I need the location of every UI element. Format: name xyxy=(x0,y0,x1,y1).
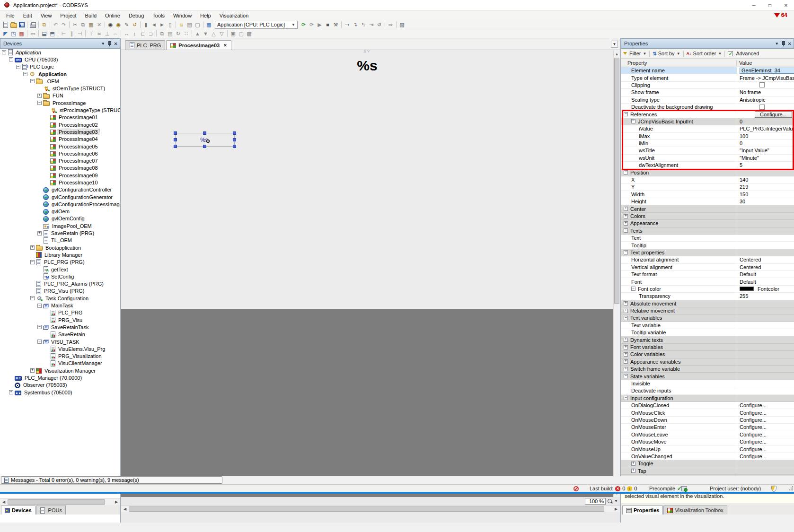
configure-button[interactable]: Configure... xyxy=(755,111,792,118)
tree-item-application[interactable]: −Application xyxy=(0,70,120,78)
selected-frame-element[interactable]: %s xyxy=(175,133,235,147)
property-row-imin[interactable]: iMin0 xyxy=(621,140,794,147)
property-name-cell[interactable]: −Text properties xyxy=(621,249,737,256)
tab-overflow-button[interactable]: ▼ xyxy=(611,41,618,48)
make-same-size-icon[interactable]: ⇔ xyxy=(111,30,119,37)
print-icon[interactable] xyxy=(29,21,37,28)
element-order-icon[interactable]: ▤ xyxy=(166,30,174,37)
property-value-cell[interactable]: Fontcolor xyxy=(737,286,794,292)
resize-handle[interactable] xyxy=(233,131,236,135)
property-row-input-configuration[interactable]: −Input configuration xyxy=(621,395,794,402)
property-value-cell[interactable]: Frame -> JCmpVisuBasic.In... xyxy=(737,74,794,81)
zoom-dropdown-icon[interactable]: ▼ xyxy=(614,499,618,503)
close-button[interactable]: ✕ xyxy=(778,0,794,10)
active-application-dropdown[interactable]: Application [CPU: PLC Logic]▼ xyxy=(215,21,298,29)
scroll-up-icon[interactable]: ▲ xyxy=(614,51,620,57)
tree-item-fun[interactable]: +FUN xyxy=(0,92,120,99)
resize-handle[interactable] xyxy=(203,131,206,135)
tree-item-visu-task[interactable]: −VISU_TASK xyxy=(0,338,120,345)
property-name-cell[interactable]: Deactivate inputs xyxy=(621,387,737,394)
restore-prestate-icon[interactable]: ⬒ xyxy=(48,30,56,37)
property-row-appearance[interactable]: +Appearance xyxy=(621,220,794,227)
property-row-text[interactable]: Text xyxy=(621,235,794,242)
sort-order-button[interactable]: Sort order xyxy=(693,51,716,56)
property-name-cell[interactable]: Element name xyxy=(621,67,737,74)
property-name-cell[interactable]: iValue xyxy=(621,125,737,132)
property-value-cell[interactable]: 0 xyxy=(737,118,794,125)
property-name-cell[interactable]: OnMouseUp xyxy=(621,445,737,452)
property-name-cell[interactable]: wsTitle xyxy=(621,147,737,154)
align-top-icon[interactable]: ⊤ xyxy=(87,30,95,37)
property-name-cell[interactable]: Deactivate the background drawing xyxy=(621,104,737,110)
property-value-cell[interactable]: Default xyxy=(737,271,794,278)
export-icon[interactable]: ⧈ xyxy=(177,21,185,28)
menu-visualization[interactable]: Visualization xyxy=(215,11,253,20)
distribute-horizontal-icon[interactable]: ↔ xyxy=(123,30,131,37)
property-value-cell[interactable] xyxy=(737,307,794,314)
bookmark-toggle-icon[interactable]: ▮ xyxy=(142,21,150,28)
property-value-cell[interactable]: Centered xyxy=(737,256,794,263)
property-name-cell[interactable]: OnMouseDown xyxy=(621,417,737,423)
menu-window[interactable]: Window xyxy=(169,11,196,20)
property-name-cell[interactable]: OnMouseMove xyxy=(621,438,737,445)
property-name-cell[interactable]: +Tap xyxy=(621,467,737,474)
flow-control-icon[interactable]: ⇨ xyxy=(387,21,395,28)
expand-icon[interactable]: + xyxy=(30,368,35,373)
tree-item-plc-prg-prg-[interactable]: −PLC_PRG (PRG) xyxy=(0,259,120,266)
replace-icon[interactable]: ✎ xyxy=(123,21,131,28)
property-row-onvaluechanged[interactable]: OnValueChangedConfigure... xyxy=(621,453,794,460)
collapse-icon[interactable]: − xyxy=(37,325,42,329)
property-row-ondialogclosed[interactable]: OnDialogClosedConfigure... xyxy=(621,402,794,409)
tree-item-processimage02[interactable]: ProcessImage02 xyxy=(0,121,120,128)
expand-icon[interactable]: + xyxy=(30,245,35,250)
property-row-dynamic-texts[interactable]: +Dynamic texts xyxy=(621,336,794,343)
expand-icon[interactable]: + xyxy=(9,390,13,394)
zoom-icon[interactable] xyxy=(607,498,613,505)
property-row-references[interactable]: −ReferencesConfigure... xyxy=(621,111,794,118)
editor-horizontal-scrollbar[interactable]: ◀ ▶ xyxy=(121,505,620,512)
tree-item-visuelems-visu-prg[interactable]: VisuElems.Visu_Prg xyxy=(0,345,120,352)
distribute-vertical-icon[interactable]: ↕ xyxy=(131,30,139,37)
property-row-absolute-movement[interactable]: +Absolute movement xyxy=(621,300,794,307)
tree-item-saveretain[interactable]: SaveRetain xyxy=(0,331,120,338)
property-row-width[interactable]: Width150 xyxy=(621,191,794,198)
checkbox[interactable] xyxy=(759,82,765,87)
tree-item-processimage04[interactable]: ProcessImage04 xyxy=(0,136,120,143)
property-value-cell[interactable] xyxy=(737,395,794,401)
collapse-icon[interactable]: − xyxy=(631,287,635,291)
property-name-cell[interactable]: +Color variables xyxy=(621,351,737,358)
tree-item-library-manager[interactable]: Library Manager xyxy=(0,251,120,258)
tree-item-plc-prg-alarms-prg-[interactable]: PLC_PRG_Alarms (PRG) xyxy=(0,280,120,288)
property-name-cell[interactable]: +Center xyxy=(621,205,737,212)
send-to-back-icon[interactable]: ▼ xyxy=(202,30,210,37)
expand-icon[interactable]: + xyxy=(624,221,628,226)
filter-button[interactable]: Filter xyxy=(629,51,641,56)
chevron-down-icon[interactable]: ▼ xyxy=(718,52,722,56)
property-row-jcmpvisubasic-inputint[interactable]: −JCmpVisuBasic.InputInt0 xyxy=(621,118,794,125)
panel-tab-visualization-toolbox[interactable]: Visualization Toolbox xyxy=(663,506,727,515)
step-over-icon[interactable]: ⇢ xyxy=(343,21,351,28)
element-list-icon[interactable]: ▦ xyxy=(18,30,26,37)
property-row-position[interactable]: −Position xyxy=(621,169,794,176)
property-value-cell[interactable]: 30 xyxy=(737,198,794,205)
property-name-cell[interactable]: Tooltip variable xyxy=(621,329,737,336)
property-name-cell[interactable]: Type of element xyxy=(621,74,737,81)
bookmark-prev-icon[interactable]: ◄ xyxy=(150,21,158,28)
save-prestate-icon[interactable]: ⬓ xyxy=(40,30,48,37)
property-name-cell[interactable]: iMin xyxy=(621,140,737,147)
property-name-cell[interactable]: X xyxy=(621,176,737,183)
tree-item-plc-manager-70-0000-[interactable]: PLC_Manager (70.0000) xyxy=(0,374,120,381)
property-row-font-color[interactable]: −Font colorFontcolor xyxy=(621,286,794,293)
resize-handle[interactable] xyxy=(233,145,236,148)
property-row-appearance-variables[interactable]: +Appearance variables xyxy=(621,358,794,366)
value-input[interactable]: GenElemInst_34 xyxy=(740,68,794,74)
property-value-cell[interactable] xyxy=(737,314,794,321)
zoom-select-icon[interactable]: ◳ xyxy=(9,30,18,37)
property-value-cell[interactable]: "Minute" xyxy=(737,155,794,161)
property-row-font-variables[interactable]: +Font variables xyxy=(621,344,794,351)
property-name-cell[interactable]: +Absolute movement xyxy=(621,300,737,307)
tree-item-bootapplication[interactable]: +Bootapplication xyxy=(0,244,120,251)
property-name-cell[interactable]: Invisible xyxy=(621,380,737,387)
property-name-cell[interactable]: −Text variables xyxy=(621,314,737,321)
tree-item-prg-visu[interactable]: PRG_Visu xyxy=(0,316,120,323)
